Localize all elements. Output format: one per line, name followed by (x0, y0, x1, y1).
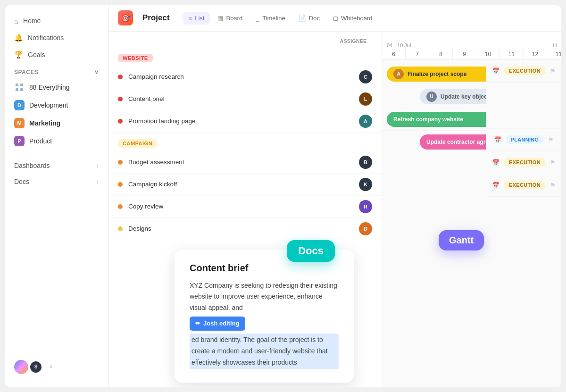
status-row: 📅 EXECUTION ⚑ (486, 151, 561, 174)
marketing-label: Marketing (29, 119, 60, 127)
flag-icon: ⚑ (548, 136, 554, 143)
gantt-area: 04 - 10 Jul 6 7 8 9 10 11 12 11 - 17 Jul (382, 32, 561, 387)
everything-count: 88 Everything (29, 83, 70, 91)
tab-timeline-label: Timeline (262, 15, 285, 22)
sidebar-item-product[interactable]: P Product (5, 132, 108, 150)
dashboards-chevron-icon: › (96, 162, 99, 169)
task-name: Copy review (128, 203, 359, 210)
gantt-day: 12 (524, 49, 547, 59)
task-status-dot (118, 182, 123, 187)
tab-list[interactable]: ≡ List (183, 12, 210, 25)
calendar-icon: 📅 (494, 136, 501, 143)
app-header: 🎯 Project ≡ List ▦ Board ⎯ Timeline 📄 Do… (108, 5, 561, 32)
tab-board[interactable]: ▦ Board (212, 12, 248, 25)
user-avatar[interactable] (14, 360, 28, 374)
task-status-dot (118, 97, 123, 101)
docs-card-text: XYZ Company is seeking to redesign their… (190, 280, 339, 369)
sidebar-item-marketing[interactable]: M Marketing (5, 114, 108, 132)
task-row[interactable]: Campaign research C (108, 66, 382, 88)
docs-card: Docs Content brief XYZ Company is seekin… (175, 250, 354, 383)
task-row[interactable]: Designs D (108, 218, 382, 240)
website-group-badge: WEBSITE (118, 54, 153, 62)
sidebar: ⌂ Home 🔔 Notifications 🏆 Goals Spaces ∨ (5, 5, 108, 387)
task-row[interactable]: Copy review R (108, 196, 382, 218)
task-name: Content brief (128, 95, 359, 102)
gantt-bar-finalize[interactable]: A Finalize project scope (387, 67, 495, 82)
status-row: 📅 EXECUTION ⚑ (486, 60, 561, 83)
task-row[interactable]: Promotion landing page A (108, 110, 382, 133)
tab-doc[interactable]: 📄 Doc (293, 12, 325, 25)
spaces-label: Spaces (14, 69, 38, 75)
task-assignee-avatar: L (359, 92, 372, 106)
task-status-dot (118, 160, 123, 165)
docs-floating-badge: Docs (287, 240, 335, 262)
goals-icon: 🏆 (14, 50, 23, 59)
gantt-floating-label: Gantt (439, 230, 484, 250)
campaign-group-badge: CAMPAIGN (118, 139, 157, 148)
task-row[interactable]: Content brief L (108, 88, 382, 110)
svg-rect-0 (16, 83, 18, 86)
marketing-badge: M (14, 118, 25, 128)
bar-avatar: U (426, 92, 437, 102)
sidebar-item-everything[interactable]: 88 Everything (5, 78, 108, 96)
campaign-group-header: CAMPAIGN (108, 133, 382, 151)
josh-editing-label: Josh editing (203, 318, 240, 329)
gantt-header: 04 - 10 Jul 6 7 8 9 10 11 12 11 - 17 Jul (382, 32, 561, 60)
flag-icon: ⚑ (550, 67, 556, 75)
gantt-day: 11 (500, 49, 524, 59)
calendar-icon: 📅 (492, 159, 499, 166)
task-status-dot (118, 119, 123, 124)
tab-list-label: List (195, 15, 204, 22)
task-name: Campaign kickoff (128, 181, 359, 188)
status-badge: EXECUTION (504, 67, 545, 75)
product-label: Product (29, 137, 52, 145)
bar-avatar: A (393, 69, 404, 79)
tab-timeline[interactable]: ⎯ Timeline (250, 12, 291, 25)
user-menu-chevron[interactable]: ∨ (49, 364, 53, 370)
sidebar-item-goals[interactable]: 🏆 Goals (5, 46, 108, 63)
docs-label: Docs (14, 178, 29, 185)
task-row[interactable]: Campaign kickoff K (108, 174, 382, 196)
sidebar-item-development[interactable]: D Development (5, 96, 108, 114)
spaces-chevron-icon[interactable]: ∨ (94, 69, 99, 75)
task-list-header: ASSIGNEE (108, 35, 382, 47)
task-name: Campaign research (128, 73, 359, 80)
status-row: 📅 EXECUTION ⚑ (486, 174, 561, 197)
docs-paragraph-1: XYZ Company is seeking to redesign their… (190, 280, 339, 314)
sidebar-item-notifications[interactable]: 🔔 Notifications (5, 29, 108, 46)
gantt-week-1-days: 6 7 8 9 10 11 12 (382, 49, 547, 59)
flag-icon: ⚑ (550, 159, 556, 166)
calendar-icon: 📅 (492, 67, 499, 75)
docs-paragraph-2: ed brand identity. The goal of the proje… (190, 334, 339, 369)
sidebar-item-dashboards[interactable]: Dashboards › (5, 158, 108, 174)
sidebar-item-docs[interactable]: Docs › (5, 174, 108, 190)
sidebar-item-home[interactable]: ⌂ Home (5, 13, 108, 29)
gantt-day: 11 (547, 49, 561, 59)
status-row: 📅 PLANNING ⚑ (486, 129, 561, 151)
docs-card-title: Content brief (190, 263, 339, 274)
docs-badge-label: Docs (298, 245, 324, 257)
task-assignee-avatar: R (359, 200, 372, 213)
task-row[interactable]: Budget assessment B (108, 151, 382, 174)
home-icon: ⌂ (14, 17, 18, 25)
product-badge: P (14, 136, 25, 146)
development-label: Development (29, 101, 68, 109)
status-row (486, 83, 561, 129)
gantt-week-2-label: 11 - 17 Jul (547, 40, 561, 49)
tab-whiteboard[interactable]: ◻ Whiteboard (327, 12, 378, 25)
flag-icon: ⚑ (550, 182, 556, 189)
timeline-tab-icon: ⎯ (256, 15, 259, 22)
sidebar-bottom: S ∨ (5, 354, 108, 380)
assignee-col-header: ASSIGNEE (334, 38, 372, 44)
task-status-dot (118, 75, 123, 79)
gantt-week-2-days: 11 12 13 14 (547, 49, 561, 59)
user-avatar-secondary[interactable]: S (29, 360, 42, 374)
gantt-bar-label: Refresh company website (393, 116, 463, 123)
svg-rect-3 (20, 88, 23, 91)
project-icon: 🎯 (118, 10, 133, 25)
notifications-icon: 🔔 (14, 33, 23, 42)
gantt-label-text: Gantt (449, 235, 474, 245)
status-badges-panel: 📅 EXECUTION ⚑ 📅 PLANNING ⚑ 📅 EXECUTION (486, 60, 561, 387)
doc-tab-icon: 📄 (299, 15, 306, 22)
status-badge: EXECUTION (504, 181, 545, 189)
